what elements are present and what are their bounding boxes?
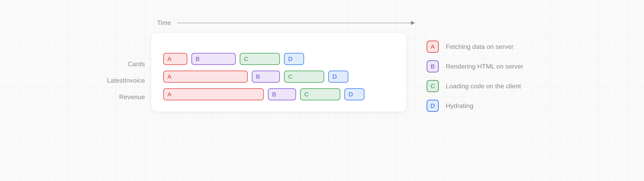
timeline-row-revenue: A B C D xyxy=(163,88,394,100)
phase-d-block: D xyxy=(344,88,364,100)
timeline-rows: A B C D A B C D A B C D xyxy=(163,53,394,100)
legend-item-d: D Hydrating xyxy=(427,100,523,112)
phase-c-block: C xyxy=(240,53,280,65)
legend-badge-b: B xyxy=(427,60,439,72)
legend-badge-c: C xyxy=(427,80,439,92)
timeline-row-latestinvoice: A B C D xyxy=(163,70,394,83)
phase-d-block: D xyxy=(284,53,304,65)
legend-text-b: Rendering HTML on server xyxy=(446,63,523,70)
phase-b-block: B xyxy=(252,70,280,83)
phase-d-block: D xyxy=(328,70,348,83)
legend-badge-a: A xyxy=(427,40,439,53)
phase-a-block: A xyxy=(163,53,187,65)
legend-item-c: C Loading code on the client xyxy=(427,80,523,92)
timeline-row-cards: A B C D xyxy=(163,53,394,65)
legend-item-b: B Rendering HTML on server xyxy=(427,60,523,72)
time-axis-label: Time xyxy=(157,19,171,26)
main-area: Cards LatestInvoice Revenue A B C D A B … xyxy=(94,32,550,112)
time-axis: Time xyxy=(157,19,550,26)
timeline-card: A B C D A B C D A B C D xyxy=(151,32,406,112)
legend: A Fetching data on server B Rendering HT… xyxy=(427,32,523,112)
phase-c-block: C xyxy=(300,88,340,100)
phase-b-block: B xyxy=(192,53,236,65)
legend-item-a: A Fetching data on server xyxy=(427,40,523,53)
row-labels: Cards LatestInvoice Revenue xyxy=(94,32,151,112)
legend-text-c: Loading code on the client xyxy=(446,82,521,90)
row-label-revenue: Revenue xyxy=(94,93,145,101)
phase-a-block: A xyxy=(163,88,264,100)
phase-a-block: A xyxy=(163,70,248,83)
arrow-line xyxy=(177,23,414,23)
phase-b-block: B xyxy=(268,88,296,100)
row-label-cards: Cards xyxy=(94,60,145,68)
phase-c-block: C xyxy=(284,70,324,83)
row-label-latestinvoice: LatestInvoice xyxy=(94,77,145,84)
legend-badge-d: D xyxy=(427,100,439,112)
legend-text-d: Hydrating xyxy=(446,102,473,110)
arrow-head-icon xyxy=(411,21,415,25)
legend-text-a: Fetching data on server xyxy=(446,43,514,50)
diagram-container: Time Cards LatestInvoice Revenue A B C D xyxy=(94,19,550,112)
